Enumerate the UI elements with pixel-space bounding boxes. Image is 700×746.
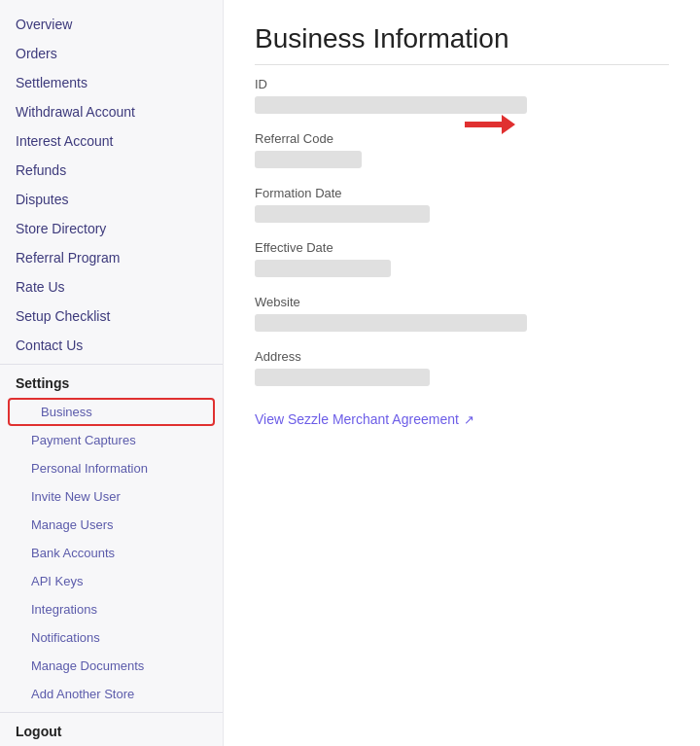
sidebar-item-referral-program[interactable]: Referral Program	[0, 243, 223, 272]
main-content: Business Information ID Referral Code Fo…	[224, 0, 700, 746]
field-id: ID	[255, 77, 669, 114]
field-website: Website	[255, 295, 669, 332]
field-effective-date-value	[255, 260, 391, 277]
sidebar-item-contact-us[interactable]: Contact Us	[0, 331, 223, 360]
sidebar-item-refunds[interactable]: Refunds	[0, 156, 223, 185]
field-effective-date-label: Effective Date	[255, 240, 669, 255]
arrow-head	[502, 115, 515, 134]
sidebar-item-api-keys[interactable]: API Keys	[0, 567, 223, 595]
sidebar: Overview Orders Settlements Withdrawal A…	[0, 0, 224, 746]
sidebar-item-overview[interactable]: Overview	[0, 10, 223, 39]
sidebar-item-business[interactable]: Business	[8, 398, 215, 426]
field-address: Address	[255, 349, 669, 386]
field-formation-date-value	[255, 205, 430, 223]
sidebar-item-add-another-store[interactable]: Add Another Store	[0, 680, 223, 708]
sidebar-item-settlements[interactable]: Settlements	[0, 68, 223, 97]
field-id-label: ID	[255, 77, 669, 91]
field-address-value	[255, 369, 430, 386]
sidebar-item-notifications[interactable]: Notifications	[0, 623, 223, 652]
merchant-agreement-link[interactable]: View Sezzle Merchant Agreement ↗︎	[255, 411, 474, 427]
sidebar-item-logout[interactable]: Logout	[0, 717, 223, 746]
field-referral-code-value	[255, 151, 362, 168]
arrow-body	[465, 122, 502, 127]
sidebar-item-rate-us[interactable]: Rate Us	[0, 272, 223, 302]
sidebar-item-manage-users[interactable]: Manage Users	[0, 511, 223, 539]
merchant-agreement-text: View Sezzle Merchant Agreement	[255, 411, 459, 427]
page-title: Business Information	[255, 23, 669, 65]
field-referral-code-label: Referral Code	[255, 131, 669, 146]
external-link-icon: ↗︎	[464, 412, 474, 427]
sidebar-item-setup-checklist[interactable]: Setup Checklist	[0, 302, 223, 331]
sidebar-item-interest-account[interactable]: Interest Account	[0, 126, 223, 156]
sidebar-item-integrations[interactable]: Integrations	[0, 595, 223, 623]
sidebar-item-bank-accounts[interactable]: Bank Accounts	[0, 539, 223, 567]
sidebar-item-withdrawal-account[interactable]: Withdrawal Account	[0, 97, 223, 126]
field-formation-date: Formation Date	[255, 186, 669, 223]
field-website-label: Website	[255, 295, 669, 309]
sidebar-item-payment-captures[interactable]: Payment Captures	[0, 426, 223, 454]
sidebar-divider	[0, 364, 223, 365]
sidebar-item-invite-new-user[interactable]: Invite New User	[0, 482, 223, 511]
field-referral-code: Referral Code	[255, 131, 669, 168]
sidebar-item-store-directory[interactable]: Store Directory	[0, 214, 223, 243]
field-website-value	[255, 314, 527, 332]
field-address-label: Address	[255, 349, 669, 364]
field-effective-date: Effective Date	[255, 240, 669, 277]
sidebar-item-personal-information[interactable]: Personal Information	[0, 454, 223, 482]
sidebar-divider-2	[0, 712, 223, 713]
field-formation-date-label: Formation Date	[255, 186, 669, 200]
sidebar-item-orders[interactable]: Orders	[0, 39, 223, 68]
sidebar-section-settings: Settings	[0, 369, 223, 398]
field-id-value	[255, 96, 527, 114]
sidebar-item-disputes[interactable]: Disputes	[0, 185, 223, 214]
arrow-indicator	[465, 115, 515, 134]
sidebar-item-manage-documents[interactable]: Manage Documents	[0, 652, 223, 680]
